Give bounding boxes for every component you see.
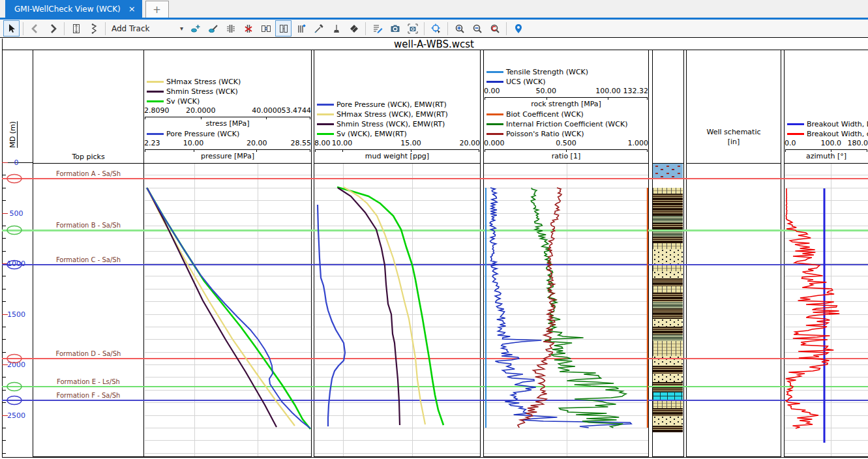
plot-area: well-A-WBS.wcst Top picksSHmax Stress (W… (0, 37, 868, 459)
nav-forward-button[interactable] (44, 20, 61, 37)
eyedropper-button[interactable] (310, 20, 327, 37)
fit-icon (71, 23, 82, 34)
depth-tick (2, 390, 6, 391)
delete-track-button[interactable] (240, 20, 256, 37)
legend-swatch (317, 133, 334, 135)
axis-tick-label: 20.0000 (186, 106, 216, 115)
lithology-water (653, 164, 683, 178)
tab-gmi-wellcheck-view[interactable]: GMI-WellCheck View (WCK) × (5, 0, 142, 18)
add-curve-button[interactable] (187, 20, 203, 37)
legend-item: UCS (WCK) (484, 77, 648, 87)
fill-style-button[interactable] (346, 20, 362, 37)
lithology-shale (653, 408, 683, 416)
formation-line-2 (2, 230, 868, 231)
tab-close-icon[interactable]: × (128, 4, 136, 14)
track-delete-icon (243, 23, 254, 34)
axis-tick-label: 40.0000 (252, 106, 282, 115)
edit-curve-button[interactable] (205, 20, 221, 37)
axis-title: azimuth [°] (785, 152, 868, 162)
axis-title: mud weight [ppg] (314, 152, 480, 162)
legend-swatch (486, 133, 503, 135)
add-track-dropdown[interactable]: Add Track▾ (108, 22, 187, 36)
lithology-shale (653, 293, 683, 302)
snapshot-region-button[interactable] (404, 20, 421, 37)
axis-tick-mark (485, 97, 485, 100)
lithology-shale (653, 278, 683, 286)
legend-item: Breakout Width, L (785, 119, 868, 129)
fit-to-depth-button[interactable] (68, 20, 84, 37)
legend-label: Pore Pressure (WCK) (166, 130, 239, 138)
swap-tracks-button[interactable] (258, 20, 274, 37)
axis-tick-label: 180.0 (848, 139, 868, 147)
header-axis: 2.809020.000040.000053.4744stress [MPa] (144, 106, 311, 129)
axis-line-bar (145, 117, 310, 117)
axis-tick-label: 100.00 (595, 87, 621, 95)
legend-swatch (147, 100, 164, 102)
header-axis: 0.0000.5001.000ratio [1] (484, 139, 648, 162)
axis-tick-label: 1.000 (628, 139, 649, 147)
select-cursor-button[interactable] (3, 20, 20, 37)
zoom-reset-button[interactable] (486, 20, 503, 37)
track-title-line: Well schematic (687, 127, 781, 137)
toolbar-separator (105, 22, 106, 35)
toolbar: Add Track▾ (0, 20, 868, 37)
depth-profile-button[interactable] (85, 20, 102, 37)
axis-tick-mark (145, 117, 145, 119)
zoom-out-icon (472, 23, 483, 34)
lithology-silt (653, 400, 683, 408)
legend-label: Shmin Stress (WCK) (166, 87, 238, 96)
snapshot-button[interactable] (387, 20, 403, 37)
new-track-button[interactable] (293, 20, 309, 37)
track-mud-weight: Pore Pressure (WCK), EMW(RT)SHmax Stress… (314, 50, 481, 457)
axis-tick-label: 100.0 (820, 139, 841, 147)
depth-tick (2, 200, 6, 201)
well-location-button[interactable] (510, 20, 526, 37)
legend-label: UCS (WCK) (506, 78, 546, 86)
axis-line-bar (145, 149, 310, 150)
formation-label: Formation A - Sa/Sh (33, 170, 144, 177)
axis-tick-label: 20.00 (460, 139, 481, 147)
legend-item: Pore Pressure (WCK) (144, 129, 311, 139)
brush-button[interactable] (328, 20, 344, 37)
pan-locate-button[interactable] (428, 20, 444, 37)
toolbar-separator (64, 22, 65, 35)
lithology-silt (653, 265, 683, 271)
axis-tick-label: 132.32 (623, 87, 649, 95)
legend-swatch (147, 91, 164, 93)
axis-tick-label: 0.0 (785, 139, 796, 147)
annotate-button[interactable] (369, 20, 385, 37)
formation-line-5 (2, 386, 868, 388)
app-window: GMI-WellCheck View (WCK) × + Add Track▾ … (0, 0, 868, 459)
zoom-in-button[interactable] (451, 20, 468, 37)
axis-tick-labels: 2.809020.000040.000053.4744 (144, 106, 311, 115)
nav-back-button[interactable] (27, 20, 43, 37)
pan-locate-icon (431, 23, 441, 34)
legend-item: Pore Pressure (WCK), EMW(RT) (314, 100, 480, 110)
pair-tracks-button[interactable] (275, 20, 292, 37)
axis-tick-label: 2.23 (144, 139, 160, 147)
camera-region-icon (408, 23, 418, 34)
formation-label: Formation B - Sa/Sh (33, 222, 144, 229)
insert-track-button[interactable] (222, 20, 239, 37)
axis-tick-label: 15.00 (400, 139, 421, 147)
track-title: Top picks (33, 153, 143, 161)
toolbar-separator (506, 22, 507, 35)
depth-tick (2, 251, 6, 252)
zig-icon (89, 23, 99, 34)
annotate-icon (372, 23, 383, 34)
legend-item: Internal Friction Coefficient (WCK) (484, 119, 648, 129)
legend-item: SHmax Stress (WCK), EMW(RT) (314, 110, 480, 119)
lithology-shale (653, 327, 683, 334)
axis-tick-labels: 0.0000.5001.000 (484, 139, 648, 148)
depth-tick (2, 327, 6, 327)
axis-title: pressure [MPa] (144, 152, 311, 162)
legend-label: Internal Friction Coefficient (WCK) (506, 120, 627, 128)
axis-tick-mark (315, 149, 316, 152)
lithology-silt (653, 243, 683, 249)
track-header-ratio: Tensile Strength (WCK)UCS (WCK)0.0050.00… (484, 50, 648, 164)
axis-title: rock strength [MPa] (484, 100, 648, 110)
axis-tick-mark (546, 97, 547, 100)
new-tab-button[interactable]: + (145, 1, 169, 18)
zoom-out-button[interactable] (469, 20, 485, 37)
header-axis: 8.0010.0015.0020.00mud weight [ppg] (314, 139, 480, 162)
